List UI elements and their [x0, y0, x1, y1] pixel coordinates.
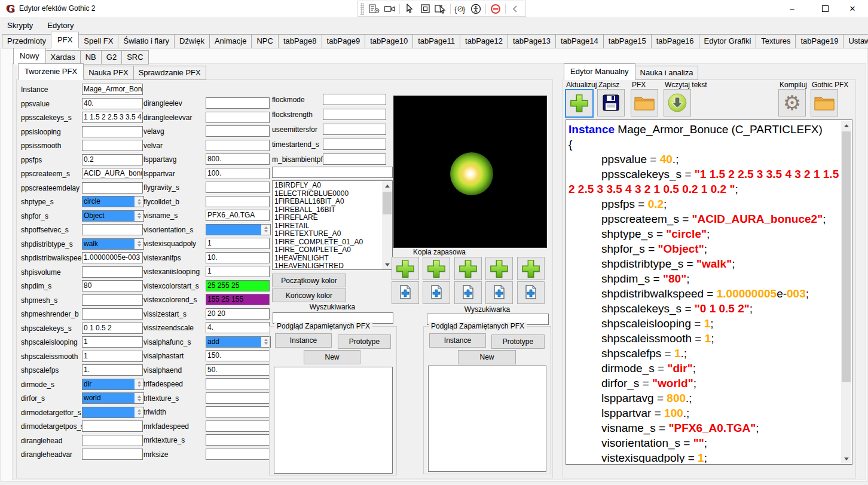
preview-listbox-right[interactable]: [428, 366, 546, 472]
input-visorientation-s[interactable]: [206, 224, 271, 235]
tab-src[interactable]: SRC: [121, 50, 148, 65]
prototype-button-left[interactable]: Prototype: [338, 334, 391, 349]
tab-animacje[interactable]: Animacje: [209, 34, 252, 48]
input-ppsvalue[interactable]: 40.: [82, 98, 143, 109]
backup-copy-button[interactable]: [392, 281, 419, 304]
scroll-thumb[interactable]: [842, 131, 851, 382]
input-shpdistribtype-s[interactable]: walk: [82, 238, 144, 250]
menu-edytory[interactable]: Edytory: [40, 18, 81, 33]
input-flockstrength[interactable]: [323, 109, 386, 120]
backup-copy-button[interactable]: [423, 281, 450, 304]
input-shpscaleissmooth[interactable]: 1: [82, 351, 143, 362]
input-dirmodetargetfor-s[interactable]: [82, 407, 144, 418]
new-button-right[interactable]: New: [458, 350, 516, 364]
wczytaj-tekst-button[interactable]: [664, 89, 691, 116]
input-mrksize[interactable]: [206, 449, 270, 460]
input-ppscreateemdelay[interactable]: [82, 182, 143, 194]
texture-list-item[interactable]: 1FIREBALL_16BIT: [273, 206, 381, 214]
input-ppscreateem-s[interactable]: ACID_AURA_bonuc: [82, 168, 143, 179]
backup-add-button[interactable]: [517, 257, 545, 280]
backup-add-button[interactable]: [485, 257, 513, 280]
input-dirmode-s[interactable]: dir: [82, 379, 144, 390]
tab-tabpage11[interactable]: tabPage11: [412, 34, 460, 48]
gothic-pfx-button[interactable]: [811, 89, 838, 116]
scroll-down-icon[interactable]: [382, 260, 392, 269]
input-shpmeshrender-b[interactable]: [82, 308, 143, 320]
texture-list-item[interactable]: 1FIREBALL16BIT_A0: [273, 198, 381, 206]
backup-add-button[interactable]: [423, 257, 450, 280]
preview-listbox-left[interactable]: [274, 367, 393, 474]
backup-copy-button[interactable]: [485, 281, 513, 304]
maximize-button[interactable]: [812, 0, 838, 17]
input-shpfor-s[interactable]: Object: [82, 210, 144, 222]
input-shptype-s[interactable]: circle: [82, 196, 144, 207]
tab-tabpage10[interactable]: tabPage10: [365, 34, 413, 48]
cursor-frame-icon[interactable]: [433, 2, 448, 16]
tab-tabpage14[interactable]: tabPage14: [555, 34, 604, 48]
texture-list-item[interactable]: 1BIRDFLY_A0: [273, 182, 381, 190]
start-color-button[interactable]: Początkowy kolor: [272, 274, 346, 287]
input-vistexanifps[interactable]: 10.: [206, 252, 270, 263]
scroll-down-icon[interactable]: [841, 454, 851, 463]
tab-g2[interactable]: G2: [101, 50, 122, 65]
input-shpmesh-s[interactable]: [82, 294, 143, 306]
input-trltexture-s[interactable]: [206, 392, 270, 404]
input-velvar[interactable]: [206, 140, 270, 151]
tab-nauka-pfx[interactable]: Nauka PFX: [83, 66, 133, 80]
spinner-icon[interactable]: [261, 225, 270, 235]
backup-copy-button[interactable]: [517, 281, 545, 304]
tab-pfx[interactable]: PFX: [51, 32, 79, 48]
tab-npc[interactable]: NPC: [251, 34, 278, 48]
input-vistexisquadpoly[interactable]: 1: [206, 238, 270, 249]
input-shpscalekeys-s[interactable]: 0 1 0.5 2: [82, 323, 143, 334]
tab-d-wi-k[interactable]: Dźwięk: [174, 34, 210, 48]
input-visalphaend[interactable]: 50.: [206, 364, 270, 376]
backup-copy-button[interactable]: [454, 281, 482, 304]
camera-icon[interactable]: [382, 2, 398, 16]
tab-nb[interactable]: NB: [80, 50, 102, 65]
input-trlwidth[interactable]: [206, 406, 270, 418]
input-dirangleheadvar[interactable]: [82, 449, 143, 460]
scroll-up-icon[interactable]: [382, 181, 392, 191]
input-vissizestart-s[interactable]: 20 20: [206, 308, 270, 320]
input-dirangleelevvar[interactable]: [206, 112, 270, 123]
aktualizuj-button[interactable]: [565, 89, 594, 118]
input-flycolldet-b[interactable]: [206, 196, 270, 207]
input-shpoffsetvec-s[interactable]: [82, 224, 143, 235]
texture-list-item[interactable]: 1HEAVENLIGHT: [273, 254, 381, 263]
input-dirfor-s[interactable]: world: [82, 392, 144, 404]
tab-tabpage15[interactable]: tabPage15: [603, 34, 652, 48]
instance-button-right[interactable]: Instance: [429, 333, 486, 348]
end-color-button[interactable]: Końcowy kolor: [272, 288, 346, 302]
texture-list-item[interactable]: 1HEAVENLIGHTRED: [273, 262, 381, 270]
input-flockmode[interactable]: [323, 94, 386, 105]
input-vistexcolorend-s[interactable]: 155 25 155: [206, 294, 270, 305]
code-editor[interactable]: Instance Mage_Armor_Bonuce (C_PARTICLEFX…: [566, 119, 852, 465]
input-visalphafunc-s[interactable]: add: [206, 336, 271, 348]
toolbar-grip-handle[interactable]: [360, 3, 364, 15]
backup-add-button[interactable]: [392, 257, 419, 280]
input-visname-s[interactable]: PFX6_A0.TGA: [206, 210, 270, 221]
input-shpisvolume[interactable]: [82, 266, 143, 278]
notes-target-icon[interactable]: [366, 2, 382, 16]
input-ppsscalekeys-s[interactable]: 1 1.5 2 2.5 3 3.5 4 3: [82, 112, 143, 123]
texture-listbox[interactable]: 1BIRDFLY_A01ELECTRICBLUE00001FIREBALL16B…: [272, 180, 393, 270]
texture-list-item[interactable]: 1FIRETEXTURE_A0: [273, 230, 381, 238]
input-m-bisambientpfx[interactable]: [323, 154, 386, 165]
texture-list-item[interactable]: 1FIRETAIL: [273, 222, 381, 231]
tab-nowy[interactable]: Nowy: [13, 48, 46, 65]
input-flygravity-s[interactable]: [206, 182, 270, 193]
minimize-button[interactable]: –: [779, 0, 805, 17]
spinner-icon[interactable]: [135, 239, 143, 249]
tab-tabpage16[interactable]: tabPage16: [651, 34, 699, 48]
spinner-icon[interactable]: [135, 379, 143, 389]
accessibility-icon[interactable]: [468, 2, 484, 16]
tab-edytor-grafiki[interactable]: Edytor Grafiki: [699, 34, 757, 48]
cursor-icon[interactable]: [402, 2, 417, 16]
zapisz-button[interactable]: [597, 89, 625, 116]
frame-icon[interactable]: [417, 2, 433, 16]
spinner-icon[interactable]: [135, 197, 143, 207]
input-trlfadespeed[interactable]: [206, 378, 270, 389]
input-useemittersfor[interactable]: [323, 124, 386, 135]
tab-edytor-manualny[interactable]: Edytor Manualny: [564, 63, 635, 80]
